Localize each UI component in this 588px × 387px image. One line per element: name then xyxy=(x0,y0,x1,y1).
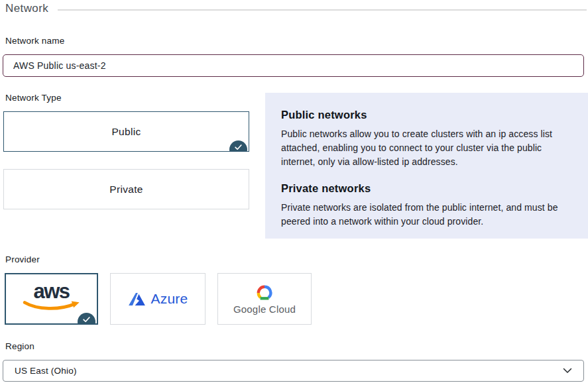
aws-smile-arrow-icon xyxy=(23,301,81,312)
google-cloud-icon xyxy=(253,284,276,302)
section-header: Network xyxy=(5,2,587,15)
provider-option-azure[interactable]: Azure xyxy=(110,273,206,325)
network-type-option-private[interactable]: Private xyxy=(3,169,249,209)
aws-logo-text: aws xyxy=(33,283,69,300)
info-private-heading: Private networks xyxy=(281,182,572,195)
check-icon xyxy=(234,143,243,151)
region-select-value: US East (Ohio) xyxy=(15,366,77,376)
google-cloud-logo: Google Cloud xyxy=(233,284,296,315)
selected-check-badge xyxy=(78,313,95,325)
google-cloud-logo-text: Google Cloud xyxy=(233,304,296,315)
region-label: Region xyxy=(5,341,34,351)
network-type-public-label: Public xyxy=(111,126,141,138)
provider-option-aws[interactable]: aws xyxy=(5,273,98,325)
azure-logo-text: Azure xyxy=(151,291,188,307)
check-icon xyxy=(82,315,91,323)
provider-option-google-cloud[interactable]: Google Cloud xyxy=(217,273,312,325)
network-name-input[interactable] xyxy=(3,54,584,77)
azure-logo: Azure xyxy=(128,291,188,307)
info-public-heading: Public networks xyxy=(281,109,572,121)
selected-check-badge xyxy=(229,140,247,152)
network-type-private-label: Private xyxy=(109,184,143,195)
chevron-down-icon xyxy=(563,368,572,374)
network-type-info-box: Public networks Public networks allow yo… xyxy=(265,93,588,239)
info-private-body: Private networks are isolated from the p… xyxy=(281,201,572,229)
page-title: Network xyxy=(5,2,48,15)
aws-logo: aws xyxy=(23,283,81,312)
section-divider xyxy=(58,9,587,11)
network-settings-form: Network Network name Network Type Public… xyxy=(0,0,588,387)
network-type-label: Network Type xyxy=(5,93,62,103)
region-select[interactable]: US East (Ohio) xyxy=(3,360,584,382)
azure-icon xyxy=(128,292,146,307)
network-name-label: Network name xyxy=(5,36,64,46)
network-type-option-public[interactable]: Public xyxy=(3,111,249,152)
info-public-body: Public networks allow you to create clus… xyxy=(281,127,572,169)
provider-label: Provider xyxy=(5,254,40,264)
